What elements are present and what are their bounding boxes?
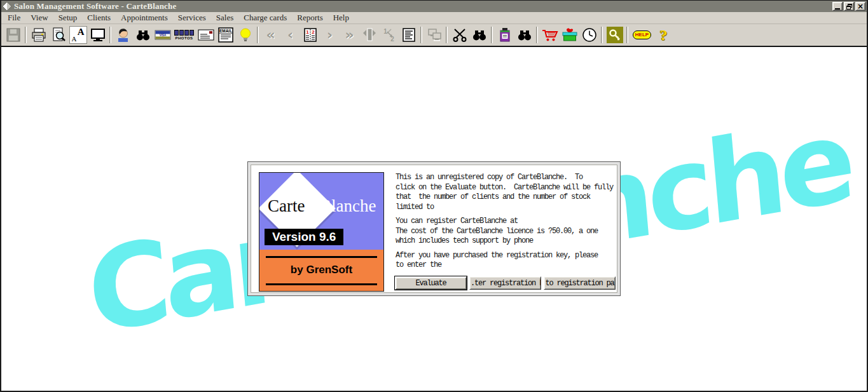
- goto-record-button[interactable]: 1 2: [300, 25, 320, 44]
- menu-setup[interactable]: Setup: [53, 12, 83, 24]
- app-diamond-icon: [2, 1, 12, 11]
- menu-bar: File View Setup Clients Appointments Ser…: [1, 12, 867, 24]
- toolbar-separator: [25, 27, 27, 43]
- go-to-registration-page-button[interactable]: to registration pa: [544, 276, 616, 290]
- document-list-icon: [401, 27, 417, 43]
- carteblanche-logo-panel: Carte Blanche Version 9.6 by GrenSoft: [259, 172, 384, 292]
- toolbar-separator: [257, 27, 259, 43]
- display-button[interactable]: [88, 25, 107, 44]
- network-button[interactable]: [424, 25, 444, 44]
- client-area: CarteBlanche Carte Blanche Version 9.6 b…: [1, 47, 867, 391]
- registration-paragraph: You can register CarteBlanche at The cos…: [396, 217, 615, 247]
- product-bottle-icon: [497, 27, 513, 43]
- menu-appointments[interactable]: Appointments: [116, 12, 173, 24]
- evaluate-button[interactable]: Evaluate: [395, 276, 467, 290]
- monitor-icon: [90, 27, 106, 43]
- registration-paragraph: This is an unregistered copy of CarteBla…: [396, 173, 615, 212]
- title-bar[interactable]: Salon Management Software - CarteBlanche…: [1, 1, 867, 12]
- print-preview-button[interactable]: [48, 25, 68, 44]
- help-button[interactable]: HELP: [630, 25, 654, 44]
- logo-word-carte: Carte: [268, 196, 305, 215]
- printer-icon: [31, 27, 47, 43]
- print-preview-icon: [50, 27, 67, 43]
- menu-clients[interactable]: Clients: [82, 12, 116, 24]
- binoculars-icon: [471, 27, 488, 43]
- previous-record-icon: ‹: [287, 28, 293, 42]
- toolbar-separator: [536, 27, 538, 43]
- restore-icon: [846, 4, 852, 10]
- toolbar-separator: [446, 27, 448, 43]
- find-client-button[interactable]: [133, 25, 153, 44]
- enter-registration-key-button[interactable]: .ter registration k: [469, 276, 541, 290]
- sort-order-button[interactable]: 1 2: [379, 25, 399, 44]
- record-pages-icon: 1 2: [302, 27, 319, 43]
- shopping-cart-icon: [541, 27, 559, 43]
- exit-door-icon: [361, 27, 378, 43]
- svg-text:2: 2: [312, 29, 315, 35]
- clock-icon: [581, 27, 598, 43]
- dialog-button-row: Evaluate .ter registration k to registra…: [395, 276, 616, 290]
- app-window: Salon Management Software - CarteBlanche…: [0, 0, 868, 392]
- save-icon: [5, 27, 22, 43]
- menu-sales[interactable]: Sales: [211, 12, 238, 24]
- font-button[interactable]: A A: [68, 25, 88, 44]
- close-button[interactable]: ×: [855, 2, 865, 11]
- email-button[interactable]: EMAIL: [216, 25, 235, 44]
- restore-button[interactable]: [844, 2, 854, 11]
- binoculars-icon: [135, 27, 151, 43]
- menu-services[interactable]: Services: [173, 12, 211, 24]
- network-computers-icon: [426, 27, 443, 43]
- find-stock-button[interactable]: [514, 25, 534, 44]
- save-button[interactable]: [3, 25, 23, 44]
- minimize-button[interactable]: [832, 2, 843, 11]
- logo-word-blanche: Blanche: [320, 196, 376, 215]
- scissors-icon: [451, 27, 468, 43]
- stock-button[interactable]: [495, 25, 514, 44]
- time-button[interactable]: [579, 25, 599, 44]
- sales-button[interactable]: [540, 25, 560, 44]
- next-record-button[interactable]: ›: [320, 25, 340, 44]
- first-record-button[interactable]: «: [261, 25, 280, 44]
- about-button[interactable]: ?: [654, 25, 673, 44]
- previous-record-button[interactable]: ‹: [280, 25, 300, 44]
- toolbar-separator: [491, 27, 493, 43]
- font-icon: A A: [69, 26, 87, 44]
- svg-text:EMAIL: EMAIL: [219, 29, 231, 33]
- photos-icon: PHOTOS: [174, 30, 194, 40]
- security-button[interactable]: [605, 25, 624, 44]
- menu-reports[interactable]: Reports: [292, 12, 327, 24]
- mail-button[interactable]: [196, 25, 216, 44]
- byline: by GrenSoft: [259, 264, 383, 276]
- help-bubble-icon: HELP: [633, 30, 651, 39]
- gift-button[interactable]: [560, 25, 579, 44]
- menu-help[interactable]: Help: [328, 12, 354, 24]
- toolbar-separator: [420, 27, 422, 43]
- logo-bottom-section: by GrenSoft: [259, 250, 383, 291]
- tips-button[interactable]: [235, 25, 255, 44]
- logo-top-section: Carte Blanche Version 9.6: [259, 173, 383, 250]
- key-icon: [607, 27, 623, 43]
- charge-card-button[interactable]: VISA: [153, 25, 172, 44]
- list-report-button[interactable]: [399, 25, 418, 44]
- svg-text:1: 1: [306, 29, 309, 35]
- clients-button[interactable]: [113, 25, 133, 44]
- toolbar: A A: [1, 24, 867, 47]
- sort-order-icon: 1 2: [381, 27, 397, 43]
- registration-dialog: Carte Blanche Version 9.6 by GrenSoft Th…: [248, 162, 620, 295]
- menu-view[interactable]: View: [25, 12, 53, 24]
- menu-file[interactable]: File: [3, 12, 25, 24]
- close-icon: ×: [857, 3, 864, 10]
- find-service-button[interactable]: [469, 25, 489, 44]
- exit-record-button[interactable]: [359, 25, 379, 44]
- divider: [266, 283, 377, 285]
- print-button[interactable]: [29, 25, 48, 44]
- divider: [266, 256, 377, 258]
- toolbar-separator: [109, 27, 111, 43]
- photos-button[interactable]: PHOTOS: [172, 25, 196, 44]
- binoculars-icon: [516, 27, 533, 43]
- last-record-icon: »: [345, 28, 354, 42]
- last-record-button[interactable]: »: [340, 25, 359, 44]
- cut-service-button[interactable]: [450, 25, 469, 44]
- menu-charge-cards[interactable]: Charge cards: [238, 12, 292, 24]
- first-record-icon: «: [266, 28, 275, 42]
